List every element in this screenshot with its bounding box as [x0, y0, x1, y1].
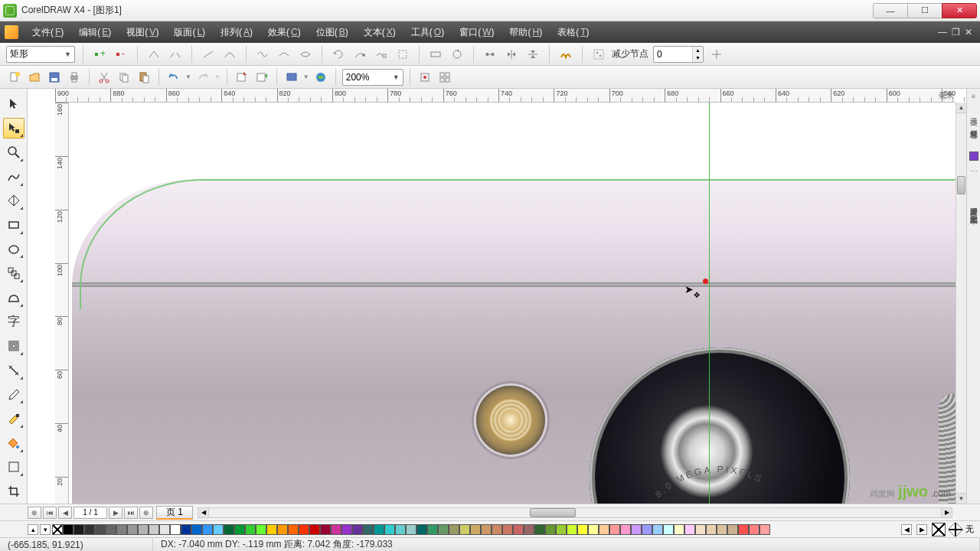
scroll-left-icon[interactable]: ◀: [198, 508, 209, 517]
color-swatch[interactable]: [663, 524, 674, 535]
new-button[interactable]: [6, 69, 23, 86]
table-tool[interactable]: [3, 335, 24, 357]
color-swatch[interactable]: [438, 524, 449, 535]
color-swatch[interactable]: [502, 524, 513, 535]
color-swatch[interactable]: [588, 524, 599, 535]
color-swatch[interactable]: [609, 524, 620, 535]
dimension-tool[interactable]: [3, 360, 24, 381]
color-swatch[interactable]: [556, 524, 567, 535]
close-button[interactable]: ✕: [942, 3, 977, 18]
fill-indicator-swatch[interactable]: [932, 523, 946, 536]
add-node-button[interactable]: +: [91, 46, 108, 63]
menu-f[interactable]: 文件(F): [24, 21, 71, 43]
color-swatch[interactable]: [288, 524, 299, 535]
menu-e[interactable]: 编辑(E): [71, 21, 119, 43]
select-all-nodes-button[interactable]: [590, 46, 607, 63]
pick-tool[interactable]: [3, 93, 24, 115]
options-button[interactable]: [436, 69, 453, 86]
break-node-button[interactable]: [167, 46, 184, 63]
color-swatch[interactable]: [545, 524, 556, 535]
color-swatch[interactable]: [224, 524, 234, 535]
elastic-mode-button[interactable]: [557, 46, 574, 63]
color-swatch[interactable]: [266, 524, 277, 535]
to-curve-button[interactable]: [221, 46, 238, 63]
canvas[interactable]: 8.0 MEGA PIXELS ➤ 鸡窝网 jjwo.com: [69, 103, 956, 504]
color-swatch[interactable]: [513, 524, 524, 535]
doc-close-button[interactable]: ✕: [965, 27, 972, 37]
doc-restore-button[interactable]: ❐: [952, 27, 960, 37]
menu-a[interactable]: 排列(A): [213, 21, 260, 43]
text-tool[interactable]: 字: [3, 311, 24, 333]
hscroll-thumb[interactable]: [530, 508, 576, 517]
extend-curve-button[interactable]: [351, 46, 368, 63]
smooth-node-button[interactable]: [276, 46, 292, 63]
color-swatch[interactable]: [395, 524, 406, 535]
add-page-button[interactable]: ⊕: [28, 507, 41, 519]
color-swatch[interactable]: [524, 524, 534, 535]
reduce-nodes-input[interactable]: [654, 47, 692, 62]
docker-menu-icon[interactable]: ⋯: [969, 167, 979, 178]
color-swatch[interactable]: [277, 524, 288, 535]
vertical-scrollbar[interactable]: ▲ ▼: [956, 103, 966, 504]
docker-tab-hints[interactable]: 提示: [969, 109, 979, 115]
reflect-nodes-v-button[interactable]: [524, 46, 541, 63]
color-swatch[interactable]: [567, 524, 577, 535]
color-swatch[interactable]: [245, 524, 256, 535]
color-swatch[interactable]: [106, 524, 116, 535]
color-swatch[interactable]: [384, 524, 395, 535]
minimize-button[interactable]: —: [873, 3, 908, 18]
menu-x[interactable]: 文本(X): [356, 21, 403, 43]
auto-close-button[interactable]: [394, 46, 411, 63]
vertical-ruler[interactable]: 16014012010080604020: [55, 103, 69, 504]
color-swatch[interactable]: [95, 524, 106, 535]
color-swatch[interactable]: [116, 524, 127, 535]
cut-button[interactable]: [96, 69, 113, 86]
color-swatch[interactable]: [170, 524, 181, 535]
color-swatch[interactable]: [406, 524, 416, 535]
crop-tool[interactable]: [3, 481, 24, 502]
outline-indicator-swatch[interactable]: [948, 521, 963, 536]
no-fill-swatch[interactable]: [52, 524, 63, 535]
reduce-nodes-spinner[interactable]: ▲▼: [653, 46, 704, 63]
palette-scroll-down-icon[interactable]: ▾: [40, 524, 51, 535]
color-swatch[interactable]: [449, 524, 459, 535]
launcher-dropdown-icon[interactable]: ▼: [303, 73, 309, 80]
polygon-tool[interactable]: [3, 262, 24, 284]
color-swatch[interactable]: [181, 524, 191, 535]
scroll-up-icon[interactable]: ▲: [956, 103, 966, 113]
color-swatch[interactable]: [127, 524, 138, 535]
scroll-down-icon[interactable]: ▼: [956, 493, 966, 504]
color-swatch[interactable]: [138, 524, 149, 535]
redo-button[interactable]: [194, 69, 211, 86]
zoom-combo[interactable]: 200% ▼: [342, 69, 403, 86]
last-page-button[interactable]: ⏭: [124, 507, 138, 519]
color-swatch[interactable]: [63, 524, 74, 535]
menu-h[interactable]: 帮助(H): [501, 21, 550, 43]
color-swatch[interactable]: [309, 524, 320, 535]
menu-c[interactable]: 效果(C): [260, 21, 309, 43]
color-swatch[interactable]: [149, 524, 159, 535]
docker-tab-object-props[interactable]: 对象属性: [969, 121, 979, 127]
active-node-marker[interactable]: [703, 279, 708, 284]
stretch-nodes-button[interactable]: [427, 46, 444, 63]
maximize-button[interactable]: ☐: [907, 3, 942, 18]
zoom-tool[interactable]: [3, 142, 24, 163]
color-swatch[interactable]: [760, 524, 770, 535]
color-swatch[interactable]: [717, 524, 727, 535]
color-swatch[interactable]: [642, 524, 652, 535]
color-swatch[interactable]: [738, 524, 749, 535]
shape-mode-combo[interactable]: 矩形 ▼: [6, 46, 75, 63]
color-swatch[interactable]: [213, 524, 224, 535]
reflect-nodes-h-button[interactable]: [503, 46, 520, 63]
color-swatch[interactable]: [320, 524, 331, 535]
scroll-right-icon[interactable]: ▶: [941, 508, 952, 517]
reverse-direction-button[interactable]: [330, 46, 347, 63]
palette-next-icon[interactable]: ▶: [916, 524, 927, 535]
doc-minimize-button[interactable]: —: [938, 27, 947, 37]
color-swatch[interactable]: [492, 524, 502, 535]
color-swatch-current[interactable]: [969, 152, 978, 161]
color-swatch[interactable]: [416, 524, 427, 535]
color-swatch[interactable]: [159, 524, 170, 535]
horizontal-ruler[interactable]: 9008808608408208007807607407207006806606…: [55, 89, 956, 103]
menu-v[interactable]: 视图(V): [119, 21, 166, 43]
